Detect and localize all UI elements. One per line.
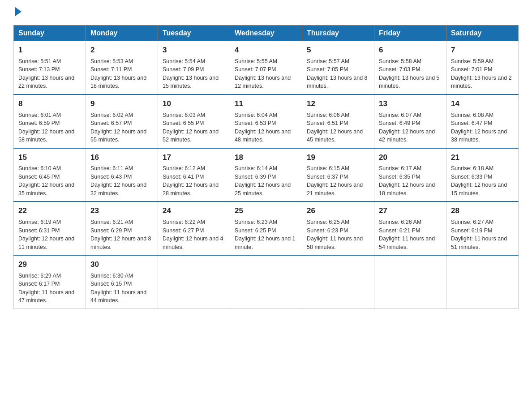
calendar-cell: 7 Sunrise: 5:59 AM Sunset: 7:01 PM Dayli… (446, 41, 519, 94)
day-number: 16 (90, 152, 153, 163)
day-number: 15 (18, 152, 81, 163)
calendar-table: SundayMondayTuesdayWednesdayThursdayFrid… (13, 25, 519, 309)
day-number: 25 (235, 206, 297, 216)
sunset-info: Sunset: 6:15 PM (90, 281, 132, 287)
header-thursday: Thursday (302, 26, 374, 41)
daylight-info: Daylight: 11 hours and 54 minutes. (379, 235, 435, 250)
daylight-info: Daylight: 12 hours and 35 minutes. (18, 182, 74, 197)
day-number: 2 (90, 45, 153, 56)
daylight-info: Daylight: 12 hours and 38 minutes. (451, 128, 507, 143)
calendar-cell: 23 Sunrise: 6:21 AM Sunset: 6:29 PM Dayl… (86, 201, 158, 255)
daylight-info: Daylight: 12 hours and 52 minutes. (163, 128, 219, 143)
daylight-info: Daylight: 11 hours and 44 minutes. (90, 289, 146, 304)
sunset-info: Sunset: 6:25 PM (235, 227, 276, 234)
day-number: 9 (90, 98, 153, 109)
sunrise-info: Sunrise: 6:06 AM (307, 112, 349, 118)
sunset-info: Sunset: 6:27 PM (163, 227, 204, 234)
calendar-cell: 3 Sunrise: 5:54 AM Sunset: 7:09 PM Dayli… (158, 41, 230, 94)
daylight-info: Daylight: 13 hours and 22 minutes. (18, 75, 74, 90)
sunrise-info: Sunrise: 6:15 AM (307, 165, 349, 171)
sunset-info: Sunset: 6:19 PM (451, 227, 492, 234)
sunrise-info: Sunrise: 6:07 AM (379, 112, 421, 118)
day-number: 7 (451, 45, 514, 56)
daylight-info: Daylight: 12 hours and 1 minute. (235, 235, 296, 250)
calendar-cell: 26 Sunrise: 6:25 AM Sunset: 6:23 PM Dayl… (302, 201, 374, 255)
calendar-cell (374, 255, 446, 308)
calendar-cell: 27 Sunrise: 6:26 AM Sunset: 6:21 PM Dayl… (374, 201, 446, 255)
header-wednesday: Wednesday (230, 26, 302, 41)
sunset-info: Sunset: 6:55 PM (163, 120, 204, 126)
calendar-cell: 20 Sunrise: 6:17 AM Sunset: 6:35 PM Dayl… (374, 148, 446, 202)
sunrise-info: Sunrise: 6:17 AM (379, 165, 421, 171)
daylight-info: Daylight: 13 hours and 2 minutes. (451, 75, 512, 90)
calendar-cell: 9 Sunrise: 6:02 AM Sunset: 6:57 PM Dayli… (86, 94, 158, 148)
sunset-info: Sunset: 7:09 PM (163, 66, 204, 73)
daylight-info: Daylight: 12 hours and 11 minutes. (18, 235, 74, 250)
daylight-info: Daylight: 11 hours and 58 minutes. (307, 235, 363, 250)
daylight-info: Daylight: 13 hours and 15 minutes. (163, 75, 219, 90)
calendar-cell: 6 Sunrise: 5:58 AM Sunset: 7:03 PM Dayli… (374, 41, 446, 94)
daylight-info: Daylight: 12 hours and 28 minutes. (163, 182, 219, 197)
sunrise-info: Sunrise: 5:59 AM (451, 58, 493, 64)
calendar-cell: 21 Sunrise: 6:18 AM Sunset: 6:33 PM Dayl… (446, 148, 519, 202)
sunset-info: Sunset: 7:13 PM (18, 66, 60, 73)
sunset-info: Sunset: 6:59 PM (18, 120, 60, 126)
header-monday: Monday (86, 26, 158, 41)
logo (13, 9, 22, 16)
day-number: 10 (163, 98, 225, 109)
sunrise-info: Sunrise: 6:10 AM (18, 165, 61, 171)
sunrise-info: Sunrise: 6:25 AM (307, 219, 349, 225)
sunrise-info: Sunrise: 6:11 AM (90, 165, 133, 171)
day-number: 30 (90, 259, 153, 270)
calendar-cell: 19 Sunrise: 6:15 AM Sunset: 6:37 PM Dayl… (302, 148, 374, 202)
calendar-cell: 30 Sunrise: 6:30 AM Sunset: 6:15 PM Dayl… (86, 255, 158, 308)
sunrise-info: Sunrise: 6:26 AM (379, 219, 421, 225)
calendar-cell: 12 Sunrise: 6:06 AM Sunset: 6:51 PM Dayl… (302, 94, 374, 148)
day-number: 23 (90, 206, 153, 216)
week-row-4: 22 Sunrise: 6:19 AM Sunset: 6:31 PM Dayl… (14, 201, 519, 255)
sunrise-info: Sunrise: 6:12 AM (163, 165, 205, 171)
daylight-info: Daylight: 11 hours and 51 minutes. (451, 235, 507, 250)
sunset-info: Sunset: 6:57 PM (90, 120, 132, 126)
daylight-info: Daylight: 12 hours and 4 minutes. (163, 235, 223, 250)
sunset-info: Sunset: 6:53 PM (235, 120, 276, 126)
week-row-2: 8 Sunrise: 6:01 AM Sunset: 6:59 PM Dayli… (14, 94, 519, 148)
sunset-info: Sunset: 7:11 PM (90, 66, 132, 73)
calendar-cell: 24 Sunrise: 6:22 AM Sunset: 6:27 PM Dayl… (158, 201, 230, 255)
sunrise-info: Sunrise: 5:58 AM (379, 58, 421, 64)
daylight-info: Daylight: 13 hours and 8 minutes. (307, 75, 368, 90)
calendar-cell: 15 Sunrise: 6:10 AM Sunset: 6:45 PM Dayl… (14, 148, 86, 202)
calendar-cell: 14 Sunrise: 6:08 AM Sunset: 6:47 PM Dayl… (446, 94, 519, 148)
sunset-info: Sunset: 6:39 PM (235, 174, 276, 180)
calendar-cell: 18 Sunrise: 6:14 AM Sunset: 6:39 PM Dayl… (230, 148, 302, 202)
calendar-header-row: SundayMondayTuesdayWednesdayThursdayFrid… (14, 26, 519, 41)
day-number: 28 (451, 206, 514, 216)
week-row-3: 15 Sunrise: 6:10 AM Sunset: 6:45 PM Dayl… (14, 148, 519, 202)
sunrise-info: Sunrise: 6:04 AM (235, 112, 277, 118)
sunrise-info: Sunrise: 6:27 AM (451, 219, 493, 225)
daylight-info: Daylight: 12 hours and 58 minutes. (18, 128, 74, 143)
sunrise-info: Sunrise: 5:53 AM (90, 58, 133, 64)
daylight-info: Daylight: 13 hours and 12 minutes. (235, 75, 291, 90)
day-number: 29 (18, 259, 81, 270)
logo-triangle-icon (15, 7, 21, 16)
calendar-cell: 16 Sunrise: 6:11 AM Sunset: 6:43 PM Dayl… (86, 148, 158, 202)
page-header (13, 9, 519, 16)
calendar-cell: 17 Sunrise: 6:12 AM Sunset: 6:41 PM Dayl… (158, 148, 230, 202)
daylight-info: Daylight: 12 hours and 32 minutes. (90, 182, 146, 197)
calendar-cell: 25 Sunrise: 6:23 AM Sunset: 6:25 PM Dayl… (230, 201, 302, 255)
sunrise-info: Sunrise: 5:55 AM (235, 58, 277, 64)
sunset-info: Sunset: 6:23 PM (307, 227, 348, 234)
daylight-info: Daylight: 12 hours and 21 minutes. (307, 182, 363, 197)
day-number: 1 (18, 45, 81, 56)
day-number: 8 (18, 98, 81, 109)
day-number: 26 (307, 206, 369, 216)
calendar-cell (302, 255, 374, 308)
day-number: 14 (451, 98, 514, 109)
daylight-info: Daylight: 12 hours and 42 minutes. (379, 128, 435, 143)
day-number: 3 (163, 45, 225, 56)
calendar-cell: 8 Sunrise: 6:01 AM Sunset: 6:59 PM Dayli… (14, 94, 86, 148)
sunrise-info: Sunrise: 6:02 AM (90, 112, 133, 118)
calendar-cell: 5 Sunrise: 5:57 AM Sunset: 7:05 PM Dayli… (302, 41, 374, 94)
sunset-info: Sunset: 7:05 PM (307, 66, 348, 73)
